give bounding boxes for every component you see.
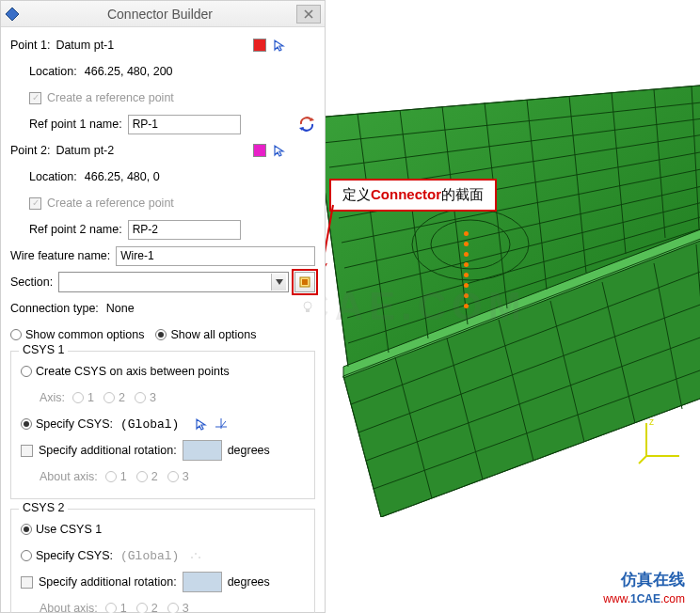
- radio-specify-csys1[interactable]: [21, 418, 32, 430]
- cursor-icon: [195, 417, 208, 431]
- svg-point-59: [195, 553, 197, 555]
- point1-header: Point 1: Datum pt-1: [10, 35, 315, 55]
- axis2-label: 2: [119, 391, 125, 404]
- ref1-name-input[interactable]: [128, 115, 241, 134]
- point2-createref-row: ✓ Create a reference point: [10, 193, 315, 213]
- rotation-input-2[interactable]: [183, 572, 222, 592]
- pick-point2-button[interactable]: [272, 143, 287, 158]
- specify-rotation-checkbox-1[interactable]: [21, 445, 33, 457]
- create-ref-checkbox-1: ✓: [29, 92, 41, 104]
- csys1-specify-row: Specify CSYS: (Global): [21, 414, 305, 434]
- svg-point-53: [304, 302, 311, 309]
- swap-points-button[interactable]: [296, 114, 317, 134]
- all-options-label: Show all options: [170, 328, 256, 341]
- about3-label-2: 3: [183, 602, 189, 613]
- csys2-use1-row: Use CSYS 1: [21, 519, 305, 540]
- about3-radio-2: [167, 603, 179, 613]
- connector-builder-dialog: Connector Builder Point 1: Datum pt-1 Lo…: [0, 0, 326, 613]
- radio-create-on-axis[interactable]: [21, 366, 32, 377]
- section-dropdown[interactable]: [58, 272, 289, 292]
- point1-color-swatch[interactable]: [253, 39, 266, 52]
- about2-label: 2: [151, 470, 158, 483]
- csys1-about-axis-row: About axis: 1 2 3: [21, 466, 305, 487]
- about-axis-label-2: About axis:: [40, 602, 98, 613]
- point2-header: Point 2: Datum pt-2: [10, 140, 315, 161]
- titlebar[interactable]: Connector Builder: [1, 1, 325, 27]
- about2-radio-2: [136, 603, 148, 613]
- specify-rotation-checkbox-2[interactable]: [21, 576, 33, 589]
- point2-color-swatch[interactable]: [253, 144, 266, 157]
- csys2-about-axis-row: About axis: 1 2 3: [21, 598, 305, 613]
- radio-specify-csys2[interactable]: [21, 550, 32, 561]
- ref2-name-input[interactable]: [128, 220, 241, 240]
- about3-radio: [167, 471, 179, 482]
- csys1-create-row: Create CSYS on axis between points: [21, 361, 305, 382]
- chevron-down-icon: [271, 274, 286, 291]
- axis3-radio: [135, 392, 146, 403]
- degrees-label-2: degrees: [228, 575, 270, 589]
- specify-csys1-value: (Global): [120, 417, 179, 432]
- point2-location-value: 466.25, 480, 0: [85, 170, 160, 183]
- create-section-button[interactable]: [294, 272, 315, 292]
- pick-point1-button[interactable]: [272, 38, 287, 53]
- about3-label: 3: [183, 470, 189, 483]
- point1-datum: Datum pt-1: [56, 39, 114, 52]
- pick-csys1-button[interactable]: [194, 417, 209, 432]
- wire-label: Wire feature name:: [10, 249, 110, 262]
- radio-common-options[interactable]: [10, 329, 22, 340]
- axis1-label: 1: [88, 391, 94, 404]
- axes-icon[interactable]: [215, 417, 228, 432]
- csys1-rotation-row: Specify additional rotation: degrees: [21, 440, 305, 461]
- conn-type-value: None: [106, 302, 135, 315]
- svg-marker-50: [276, 279, 283, 285]
- create-ref-label-1: Create a reference point: [47, 91, 174, 104]
- create-ref-label-2: Create a reference point: [47, 196, 174, 210]
- show-options-row: Show common options Show all options: [10, 324, 315, 345]
- url-mid: 1CAE: [630, 592, 660, 605]
- viewport: z 定义Connector的截面 1CAE.COM 仿真在线 www.1CAE.…: [0, 0, 700, 613]
- create-ref-checkbox-2: ✓: [29, 197, 41, 210]
- close-icon: [304, 9, 313, 19]
- section-label: Section:: [10, 275, 53, 289]
- section-row: Section:: [10, 272, 315, 292]
- svg-marker-45: [6, 8, 19, 21]
- point2-label: Point 2:: [10, 144, 50, 157]
- svg-rect-54: [306, 309, 310, 312]
- app-icon: [5, 7, 20, 22]
- dialog-title: Connector Builder: [24, 7, 296, 22]
- csys2-group: CSYS 2 Use CSYS 1 Specify CSYS: (Global): [10, 509, 315, 613]
- about1-label: 1: [120, 470, 127, 483]
- wire-row: Wire feature name:: [10, 245, 315, 266]
- axis-label: Axis:: [40, 391, 65, 404]
- csys1-group: CSYS 1 Create CSYS on axis between point…: [10, 351, 315, 499]
- location-label: Location:: [29, 65, 77, 78]
- radio-all-options[interactable]: [155, 329, 167, 340]
- svg-rect-52: [302, 279, 308, 285]
- radio-use-csys1[interactable]: [21, 524, 32, 535]
- degrees-label-1: degrees: [228, 444, 270, 457]
- dialog-body: Point 1: Datum pt-1 Location: 466.25, 48…: [1, 27, 325, 613]
- connection-type-row: Connection type: None: [10, 298, 315, 319]
- specify-csys1-label: Specify CSYS:: [36, 417, 113, 431]
- svg-line-57: [221, 421, 226, 427]
- axes-icon-2: [188, 548, 201, 564]
- csys1-axis-row: Axis: 1 2 3: [21, 387, 305, 408]
- ref1-name-label: Ref point 1 name:: [29, 118, 122, 131]
- bulb-icon[interactable]: [300, 300, 315, 318]
- cursor-icon: [273, 144, 286, 157]
- svg-text:z: z: [649, 417, 654, 427]
- use-csys1-label: Use CSYS 1: [36, 523, 102, 536]
- svg-point-60: [199, 557, 200, 558]
- callout-mid: Connector: [371, 186, 441, 202]
- point1-location-value: 466.25, 480, 200: [85, 65, 173, 78]
- axis3-label: 3: [150, 391, 156, 404]
- url-pre: www.: [603, 592, 630, 605]
- svg-point-58: [191, 557, 193, 558]
- callout-text: 定义: [342, 186, 371, 202]
- point2-refname-row: Ref point 2 name:: [10, 219, 315, 240]
- specify-csys2-value: (Global): [120, 549, 179, 563]
- close-button[interactable]: [296, 5, 321, 24]
- wire-name-input[interactable]: [116, 246, 315, 266]
- csys2-specify-row: Specify CSYS: (Global): [21, 545, 305, 566]
- rotation-input-1[interactable]: [183, 440, 222, 461]
